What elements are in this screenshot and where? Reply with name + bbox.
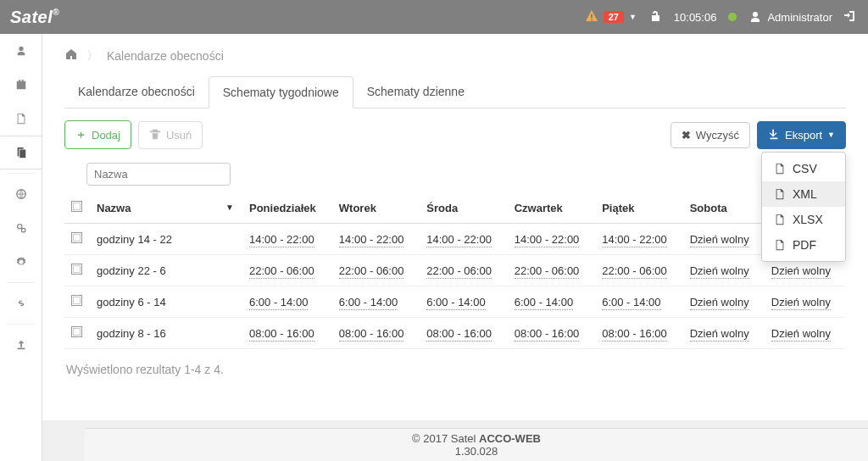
topbar: Satel® 27 ▼ 10:05:06 Administrator [0, 0, 868, 34]
cell-wed: 14:00 - 22:00 [420, 224, 507, 255]
breadcrumb: 〉 Kalendarze obecności [64, 47, 846, 64]
nav-item-link[interactable] [0, 286, 42, 320]
user-menu[interactable]: Administrator [748, 10, 832, 24]
logout-button[interactable] [844, 9, 858, 25]
row-checkbox[interactable] [71, 264, 82, 275]
cell-name: godziny 14 - 22 [90, 224, 242, 255]
row-checkbox[interactable] [71, 326, 82, 337]
download-icon [768, 128, 780, 142]
row-checkbox[interactable] [71, 295, 82, 306]
warning-indicator[interactable]: 27 ▼ [585, 9, 637, 25]
export-xml-label: XML [793, 187, 817, 201]
alert-badge: 27 [604, 11, 624, 23]
nav-item-gears[interactable] [0, 211, 42, 245]
tab-daily-schemas[interactable]: Schematy dzienne [353, 76, 478, 108]
cell-mon: 22:00 - 06:00 [242, 255, 332, 286]
delete-button[interactable]: Usuń [138, 121, 203, 149]
table-row[interactable]: godziny 6 - 146:00 - 14:006:00 - 14:006:… [64, 286, 846, 318]
gears-icon [15, 222, 27, 234]
link-icon [15, 297, 27, 309]
cell-tue: 08:00 - 16:00 [332, 318, 420, 349]
nav-item-upload[interactable] [0, 328, 42, 362]
row-checkbox[interactable] [71, 232, 82, 243]
cell-thu: 14:00 - 22:00 [508, 224, 595, 255]
name-filter-input[interactable] [86, 163, 231, 186]
footer-product: ACCO-WEB [479, 432, 541, 445]
col-fri[interactable]: Piątek [595, 192, 682, 224]
tabs: Kalendarze obecności Schematy tygodniowe… [64, 75, 846, 108]
warning-icon [585, 9, 598, 25]
file-icon [774, 188, 786, 200]
cell-fri: 6:00 - 14:00 [595, 286, 682, 318]
footer: © 2017 Satel ACCO-WEB 1.30.028 [85, 428, 868, 461]
col-tue[interactable]: Wtorek [332, 192, 420, 224]
unlock-icon[interactable] [648, 9, 662, 25]
export-xml[interactable]: XML [762, 181, 845, 207]
select-all-checkbox[interactable] [71, 201, 82, 212]
export-xlsx[interactable]: XLSX [762, 207, 845, 232]
cell-name: godziny 6 - 14 [90, 286, 242, 318]
tab-weekly-schemas[interactable]: Schematy tygodniowe [209, 76, 353, 108]
nav-item-globe[interactable] [0, 177, 42, 211]
col-name[interactable]: Nazwa ▼ [90, 192, 242, 224]
gear-icon [15, 256, 27, 268]
calendar-icon [15, 79, 27, 91]
nav-item-settings[interactable] [0, 245, 42, 279]
export-dropdown: CSV XML XLSX PDF [761, 152, 846, 262]
logo: Satel® [10, 8, 59, 27]
cell-name: godziny 22 - 6 [90, 255, 242, 286]
user-icon [748, 10, 762, 24]
table-row[interactable]: godziny 14 - 2214:00 - 22:0014:00 - 22:0… [64, 224, 846, 255]
table-row[interactable]: godziny 8 - 1608:00 - 16:0008:00 - 16:00… [64, 318, 846, 349]
export-button[interactable]: Eksport ▼ [757, 121, 846, 149]
user-name: Administrator [767, 11, 832, 24]
footer-copyright: © 2017 Satel [412, 432, 479, 445]
cell-sat: Dzień wolny [683, 255, 765, 286]
cell-wed: 6:00 - 14:00 [420, 286, 507, 318]
export-csv[interactable]: CSV [762, 156, 845, 181]
export-pdf[interactable]: PDF [762, 232, 845, 258]
clock-time: 10:05:06 [674, 11, 717, 24]
cell-sat: Dzień wolny [683, 286, 765, 318]
cell-fri: 14:00 - 22:00 [595, 224, 682, 255]
upload-icon [15, 339, 27, 351]
cell-sun: Dzień wolny [765, 318, 846, 349]
col-mon[interactable]: Poniedziałek [242, 192, 332, 224]
sort-desc-icon: ▼ [225, 203, 234, 212]
cell-thu: 6:00 - 14:00 [508, 286, 595, 318]
clear-button[interactable]: ✖ Wyczyść [670, 122, 750, 148]
nav-item-calendar[interactable] [0, 68, 42, 102]
topbar-right: 27 ▼ 10:05:06 Administrator [585, 9, 858, 25]
breadcrumb-separator-icon: 〉 [86, 48, 98, 64]
footer-version: 1.30.028 [85, 445, 868, 458]
home-icon[interactable] [64, 47, 78, 64]
export-xlsx-label: XLSX [793, 213, 823, 226]
trash-icon [149, 128, 161, 142]
nav-item-document[interactable] [0, 102, 42, 136]
copy-icon [15, 147, 27, 158]
tab-attendance-calendars[interactable]: Kalendarze obecności [64, 76, 209, 108]
cell-wed: 08:00 - 16:00 [420, 318, 507, 349]
nav-item-user[interactable] [0, 34, 42, 68]
caret-down-icon: ▼ [827, 131, 835, 139]
add-button[interactable]: ＋ Dodaj [64, 120, 131, 149]
cell-fri: 22:00 - 06:00 [595, 255, 682, 286]
export-button-label: Eksport [785, 129, 822, 142]
cell-tue: 14:00 - 22:00 [332, 224, 420, 255]
table-row[interactable]: godziny 22 - 622:00 - 06:0022:00 - 06:00… [64, 255, 846, 286]
filter-row [64, 159, 846, 192]
breadcrumb-current: Kalendarze obecności [107, 49, 224, 63]
close-icon: ✖ [682, 129, 691, 142]
left-sidebar [0, 34, 42, 461]
logout-icon [844, 9, 858, 23]
col-sat[interactable]: Sobota [683, 192, 765, 224]
clear-button-label: Wyczyść [696, 129, 739, 142]
cell-wed: 22:00 - 06:00 [420, 255, 507, 286]
results-summary: Wyświetlono rezultaty 1-4 z 4. [64, 349, 846, 390]
col-wed[interactable]: Środa [420, 192, 507, 224]
file-icon [774, 163, 786, 175]
nav-item-copy[interactable] [0, 136, 42, 169]
add-button-label: Dodaj [92, 129, 120, 142]
delete-button-label: Usuń [166, 129, 192, 142]
col-thu[interactable]: Czwartek [508, 192, 595, 224]
